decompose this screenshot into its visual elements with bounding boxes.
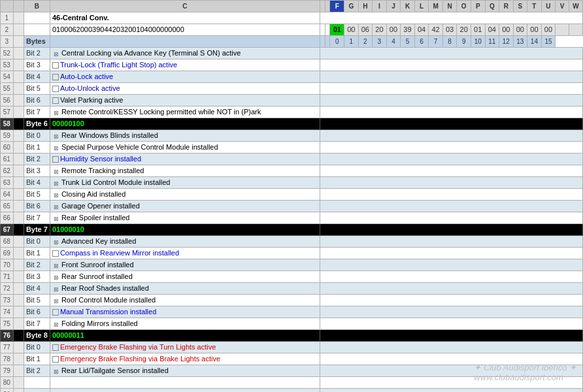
cell-58-rest bbox=[320, 118, 582, 130]
hex-2-2: 06 bbox=[358, 24, 373, 36]
cell-65b: Bit 6 bbox=[24, 201, 50, 212]
hex-2-5: 39 bbox=[401, 24, 415, 36]
cell-72b: Bit 4 bbox=[24, 283, 50, 295]
bytes-13: 13 bbox=[513, 36, 527, 48]
cell-67a bbox=[13, 224, 24, 236]
bytes-5: 5 bbox=[401, 36, 415, 48]
header-col-i: I bbox=[373, 1, 387, 12]
cell-69-rest bbox=[320, 248, 582, 259]
cell-68c: ⊠Advanced Key installed bbox=[50, 236, 320, 248]
cell-71-rest bbox=[320, 271, 582, 283]
header-col-w: W bbox=[569, 1, 582, 12]
cell-61b: Bit 2 bbox=[24, 154, 50, 165]
cell-3de bbox=[320, 36, 325, 48]
cell-80-rest bbox=[320, 377, 582, 389]
row-81: 81 bbox=[1, 389, 583, 393]
rownum-66: 66 bbox=[1, 212, 14, 224]
rownum-73: 73 bbox=[1, 295, 14, 306]
cell-1a bbox=[13, 12, 24, 24]
icon-x-62: ⊠ bbox=[52, 167, 60, 175]
header-col-o: O bbox=[457, 1, 471, 12]
cell-2a bbox=[13, 24, 24, 36]
text-77c: Emergency Brake Flashing via Turn Lights… bbox=[60, 343, 216, 351]
cell-70b: Bit 2 bbox=[24, 259, 50, 271]
cell-68b: Bit 0 bbox=[24, 236, 50, 248]
cell-58c: 00000100 bbox=[50, 118, 320, 130]
icon-x-79: ⊠ bbox=[52, 367, 60, 375]
cell-78c: Emergency Brake Flashing via Brake Light… bbox=[50, 353, 320, 365]
row-67: 67 Byte 7 01000010 bbox=[1, 224, 583, 236]
cell-3c bbox=[50, 36, 320, 48]
hex-2-10: 01 bbox=[471, 24, 485, 36]
cell-69b: Bit 1 bbox=[24, 248, 50, 259]
cell-58b: Byte 6 bbox=[24, 118, 50, 130]
icon-x-60: ⊠ bbox=[52, 144, 60, 152]
hex-2-3: 20 bbox=[373, 24, 387, 36]
rownum-63: 63 bbox=[1, 177, 14, 189]
header-col-s: S bbox=[513, 1, 527, 12]
row-80: 80 bbox=[1, 377, 583, 389]
rownum-62: 62 bbox=[1, 165, 14, 177]
cell-73a bbox=[13, 295, 24, 306]
cell-67c: 01000010 bbox=[50, 224, 320, 236]
row-2: 2 010006200039044203200104000000000 01 0… bbox=[1, 24, 583, 36]
cell-73b: Bit 5 bbox=[24, 295, 50, 306]
cell-68a bbox=[13, 236, 24, 248]
rownum-76: 76 bbox=[1, 330, 14, 342]
row-77: 77 Bit 0 Emergency Brake Flashing via Tu… bbox=[1, 342, 583, 353]
rownum-69: 69 bbox=[1, 248, 14, 259]
row-76: 76 Byte 8 00000011 bbox=[1, 330, 583, 342]
cell-60b: Bit 1 bbox=[24, 142, 50, 154]
icon-sq-74 bbox=[52, 309, 59, 316]
cell-65-rest bbox=[320, 201, 582, 212]
cell-52c: ⊠Central Locking via Advance Key (Termin… bbox=[50, 48, 320, 59]
cell-57a bbox=[13, 106, 24, 118]
header-col-l: L bbox=[414, 1, 429, 12]
bytes-11: 11 bbox=[485, 36, 499, 48]
bytes-8: 8 bbox=[442, 36, 457, 48]
cell-81c bbox=[50, 389, 320, 393]
rownum-80: 80 bbox=[1, 377, 14, 389]
cell-56c: Valet Parking active bbox=[50, 95, 320, 106]
cell-3a bbox=[13, 36, 24, 48]
cell-76-rest bbox=[320, 330, 582, 342]
rownum-3: 3 bbox=[1, 36, 14, 48]
row-56: 56 Bit 6 Valet Parking active bbox=[1, 95, 583, 106]
cell-67-rest bbox=[320, 224, 582, 236]
cell-75a bbox=[13, 318, 24, 330]
row-54: 54 Bit 4 Auto-Lock active bbox=[1, 71, 583, 83]
cell-66a bbox=[13, 212, 24, 224]
cell-53-rest bbox=[320, 59, 582, 71]
rownum-68: 68 bbox=[1, 236, 14, 248]
icon-x-64: ⊠ bbox=[52, 191, 60, 199]
cell-63b: Bit 4 bbox=[24, 177, 50, 189]
rownum-58: 58 bbox=[1, 118, 14, 130]
cell-72a bbox=[13, 283, 24, 295]
hex-2-15: 00 bbox=[541, 24, 556, 36]
bytes-7: 7 bbox=[429, 36, 443, 48]
cell-67b: Byte 7 bbox=[24, 224, 50, 236]
cell-62c: ⊠Remote Tracking installed bbox=[50, 165, 320, 177]
row-62: 62 Bit 3 ⊠Remote Tracking installed bbox=[1, 165, 583, 177]
row-68: 68 Bit 0 ⊠Advanced Key installed bbox=[1, 236, 583, 248]
hex-2-14: 00 bbox=[527, 24, 542, 36]
cell-77a bbox=[13, 342, 24, 353]
cell-72c: ⊠Rear Roof Shades installed bbox=[50, 283, 320, 295]
cell-61c: Humidity Sensor installed bbox=[50, 154, 320, 165]
rownum-72: 72 bbox=[1, 283, 14, 295]
header-col-de bbox=[320, 1, 325, 12]
cell-63a bbox=[13, 177, 24, 189]
icon-x-75: ⊠ bbox=[52, 320, 60, 328]
row-73: 73 Bit 5 ⊠Roof Control Module installed bbox=[1, 295, 583, 306]
cell-74b: Bit 6 bbox=[24, 306, 50, 318]
icon-sq-77 bbox=[52, 344, 59, 351]
cell-71a bbox=[13, 271, 24, 283]
cell-75c: ⊠Folding Mirrors installed bbox=[50, 318, 320, 330]
rownum-59: 59 bbox=[1, 130, 14, 142]
bytes-6: 6 bbox=[414, 36, 429, 48]
cell-61-rest bbox=[320, 154, 582, 165]
rownum-52: 52 bbox=[1, 48, 14, 59]
cell-76a bbox=[13, 330, 24, 342]
row-65: 65 Bit 6 ⊠Garage Opener installed bbox=[1, 201, 583, 212]
cell-71b: Bit 3 bbox=[24, 271, 50, 283]
